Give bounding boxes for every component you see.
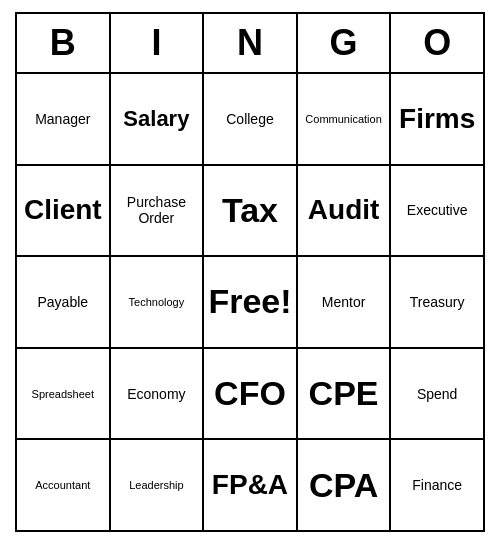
bingo-cell: CPE [298,349,392,439]
header-letter: B [17,14,111,72]
header-letter: N [204,14,298,72]
bingo-cell: Leadership [111,440,205,530]
header-letter: O [391,14,483,72]
bingo-cell: Payable [17,257,111,347]
bingo-cell: Tax [204,166,298,256]
bingo-row: PayableTechnologyFree!MentorTreasury [17,257,483,349]
bingo-cell: Treasury [391,257,483,347]
bingo-grid: ManagerSalaryCollegeCommunicationFirmsCl… [17,74,483,530]
bingo-cell: Spreadsheet [17,349,111,439]
bingo-cell: Executive [391,166,483,256]
bingo-cell: Spend [391,349,483,439]
bingo-cell: Salary [111,74,205,164]
bingo-cell: College [204,74,298,164]
bingo-cell: Communication [298,74,392,164]
bingo-cell: Firms [391,74,483,164]
header-letter: G [298,14,392,72]
bingo-cell: Audit [298,166,392,256]
bingo-cell: Mentor [298,257,392,347]
bingo-row: ClientPurchase OrderTaxAuditExecutive [17,166,483,258]
bingo-cell: Free! [204,257,298,347]
bingo-cell: Manager [17,74,111,164]
bingo-header: BINGO [17,14,483,74]
bingo-row: SpreadsheetEconomyCFOCPESpend [17,349,483,441]
bingo-cell: Accountant [17,440,111,530]
bingo-cell: CPA [298,440,392,530]
bingo-card: BINGO ManagerSalaryCollegeCommunicationF… [15,12,485,532]
bingo-cell: Finance [391,440,483,530]
bingo-cell: Purchase Order [111,166,205,256]
bingo-cell: FP&A [204,440,298,530]
bingo-row: AccountantLeadershipFP&ACPAFinance [17,440,483,530]
bingo-cell: Technology [111,257,205,347]
bingo-cell: Client [17,166,111,256]
bingo-row: ManagerSalaryCollegeCommunicationFirms [17,74,483,166]
header-letter: I [111,14,205,72]
bingo-cell: CFO [204,349,298,439]
bingo-cell: Economy [111,349,205,439]
